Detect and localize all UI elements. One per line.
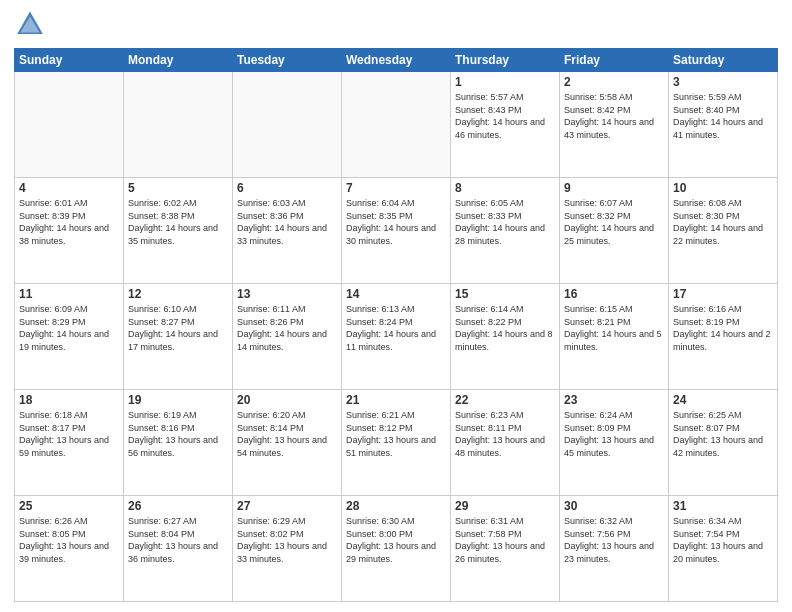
day-info: Sunrise: 6:29 AM Sunset: 8:02 PM Dayligh…: [237, 515, 337, 565]
day-cell: 23Sunrise: 6:24 AM Sunset: 8:09 PM Dayli…: [560, 390, 669, 496]
day-number: 24: [673, 393, 773, 407]
day-info: Sunrise: 6:34 AM Sunset: 7:54 PM Dayligh…: [673, 515, 773, 565]
day-cell: 19Sunrise: 6:19 AM Sunset: 8:16 PM Dayli…: [124, 390, 233, 496]
week-row: 4Sunrise: 6:01 AM Sunset: 8:39 PM Daylig…: [15, 178, 778, 284]
day-number: 23: [564, 393, 664, 407]
week-row: 1Sunrise: 5:57 AM Sunset: 8:43 PM Daylig…: [15, 72, 778, 178]
day-number: 21: [346, 393, 446, 407]
day-cell: 2Sunrise: 5:58 AM Sunset: 8:42 PM Daylig…: [560, 72, 669, 178]
day-number: 25: [19, 499, 119, 513]
day-number: 6: [237, 181, 337, 195]
weekday-header: Tuesday: [233, 49, 342, 72]
day-info: Sunrise: 6:27 AM Sunset: 8:04 PM Dayligh…: [128, 515, 228, 565]
header: [14, 10, 778, 42]
day-number: 22: [455, 393, 555, 407]
day-info: Sunrise: 6:25 AM Sunset: 8:07 PM Dayligh…: [673, 409, 773, 459]
day-number: 27: [237, 499, 337, 513]
day-cell: 22Sunrise: 6:23 AM Sunset: 8:11 PM Dayli…: [451, 390, 560, 496]
day-cell: 18Sunrise: 6:18 AM Sunset: 8:17 PM Dayli…: [15, 390, 124, 496]
day-info: Sunrise: 6:32 AM Sunset: 7:56 PM Dayligh…: [564, 515, 664, 565]
day-info: Sunrise: 6:13 AM Sunset: 8:24 PM Dayligh…: [346, 303, 446, 353]
day-cell: 6Sunrise: 6:03 AM Sunset: 8:36 PM Daylig…: [233, 178, 342, 284]
day-cell: 9Sunrise: 6:07 AM Sunset: 8:32 PM Daylig…: [560, 178, 669, 284]
day-cell: 20Sunrise: 6:20 AM Sunset: 8:14 PM Dayli…: [233, 390, 342, 496]
day-info: Sunrise: 6:19 AM Sunset: 8:16 PM Dayligh…: [128, 409, 228, 459]
day-info: Sunrise: 6:07 AM Sunset: 8:32 PM Dayligh…: [564, 197, 664, 247]
day-cell: 4Sunrise: 6:01 AM Sunset: 8:39 PM Daylig…: [15, 178, 124, 284]
day-number: 15: [455, 287, 555, 301]
day-number: 2: [564, 75, 664, 89]
logo-icon: [14, 10, 46, 42]
day-cell: [342, 72, 451, 178]
day-info: Sunrise: 6:21 AM Sunset: 8:12 PM Dayligh…: [346, 409, 446, 459]
day-info: Sunrise: 5:59 AM Sunset: 8:40 PM Dayligh…: [673, 91, 773, 141]
weekday-header: Saturday: [669, 49, 778, 72]
day-info: Sunrise: 6:18 AM Sunset: 8:17 PM Dayligh…: [19, 409, 119, 459]
day-info: Sunrise: 6:15 AM Sunset: 8:21 PM Dayligh…: [564, 303, 664, 353]
day-cell: 15Sunrise: 6:14 AM Sunset: 8:22 PM Dayli…: [451, 284, 560, 390]
week-row: 25Sunrise: 6:26 AM Sunset: 8:05 PM Dayli…: [15, 496, 778, 602]
day-cell: 29Sunrise: 6:31 AM Sunset: 7:58 PM Dayli…: [451, 496, 560, 602]
day-number: 18: [19, 393, 119, 407]
day-cell: 17Sunrise: 6:16 AM Sunset: 8:19 PM Dayli…: [669, 284, 778, 390]
day-info: Sunrise: 6:16 AM Sunset: 8:19 PM Dayligh…: [673, 303, 773, 353]
day-info: Sunrise: 6:05 AM Sunset: 8:33 PM Dayligh…: [455, 197, 555, 247]
day-number: 29: [455, 499, 555, 513]
day-cell: 16Sunrise: 6:15 AM Sunset: 8:21 PM Dayli…: [560, 284, 669, 390]
day-number: 1: [455, 75, 555, 89]
logo: [14, 10, 50, 42]
day-cell: 1Sunrise: 5:57 AM Sunset: 8:43 PM Daylig…: [451, 72, 560, 178]
day-info: Sunrise: 6:30 AM Sunset: 8:00 PM Dayligh…: [346, 515, 446, 565]
weekday-header: Monday: [124, 49, 233, 72]
day-number: 14: [346, 287, 446, 301]
day-number: 8: [455, 181, 555, 195]
day-cell: 27Sunrise: 6:29 AM Sunset: 8:02 PM Dayli…: [233, 496, 342, 602]
day-info: Sunrise: 6:24 AM Sunset: 8:09 PM Dayligh…: [564, 409, 664, 459]
day-info: Sunrise: 5:57 AM Sunset: 8:43 PM Dayligh…: [455, 91, 555, 141]
day-number: 16: [564, 287, 664, 301]
day-cell: [15, 72, 124, 178]
day-number: 9: [564, 181, 664, 195]
day-cell: 31Sunrise: 6:34 AM Sunset: 7:54 PM Dayli…: [669, 496, 778, 602]
day-number: 10: [673, 181, 773, 195]
day-number: 17: [673, 287, 773, 301]
day-number: 4: [19, 181, 119, 195]
day-number: 26: [128, 499, 228, 513]
day-cell: 7Sunrise: 6:04 AM Sunset: 8:35 PM Daylig…: [342, 178, 451, 284]
day-info: Sunrise: 6:08 AM Sunset: 8:30 PM Dayligh…: [673, 197, 773, 247]
day-info: Sunrise: 6:26 AM Sunset: 8:05 PM Dayligh…: [19, 515, 119, 565]
day-number: 12: [128, 287, 228, 301]
day-info: Sunrise: 6:31 AM Sunset: 7:58 PM Dayligh…: [455, 515, 555, 565]
day-cell: 11Sunrise: 6:09 AM Sunset: 8:29 PM Dayli…: [15, 284, 124, 390]
day-cell: 8Sunrise: 6:05 AM Sunset: 8:33 PM Daylig…: [451, 178, 560, 284]
day-info: Sunrise: 6:23 AM Sunset: 8:11 PM Dayligh…: [455, 409, 555, 459]
day-number: 20: [237, 393, 337, 407]
weekday-header: Thursday: [451, 49, 560, 72]
weekday-header: Friday: [560, 49, 669, 72]
day-number: 5: [128, 181, 228, 195]
calendar: SundayMondayTuesdayWednesdayThursdayFrid…: [14, 48, 778, 602]
day-number: 31: [673, 499, 773, 513]
day-cell: 24Sunrise: 6:25 AM Sunset: 8:07 PM Dayli…: [669, 390, 778, 496]
day-cell: 3Sunrise: 5:59 AM Sunset: 8:40 PM Daylig…: [669, 72, 778, 178]
day-cell: 14Sunrise: 6:13 AM Sunset: 8:24 PM Dayli…: [342, 284, 451, 390]
week-row: 18Sunrise: 6:18 AM Sunset: 8:17 PM Dayli…: [15, 390, 778, 496]
day-number: 13: [237, 287, 337, 301]
day-info: Sunrise: 6:14 AM Sunset: 8:22 PM Dayligh…: [455, 303, 555, 353]
weekday-header: Sunday: [15, 49, 124, 72]
day-number: 3: [673, 75, 773, 89]
calendar-header: SundayMondayTuesdayWednesdayThursdayFrid…: [15, 49, 778, 72]
day-info: Sunrise: 6:03 AM Sunset: 8:36 PM Dayligh…: [237, 197, 337, 247]
day-number: 28: [346, 499, 446, 513]
day-info: Sunrise: 6:04 AM Sunset: 8:35 PM Dayligh…: [346, 197, 446, 247]
page: SundayMondayTuesdayWednesdayThursdayFrid…: [0, 0, 792, 612]
day-cell: 13Sunrise: 6:11 AM Sunset: 8:26 PM Dayli…: [233, 284, 342, 390]
day-info: Sunrise: 6:10 AM Sunset: 8:27 PM Dayligh…: [128, 303, 228, 353]
day-info: Sunrise: 5:58 AM Sunset: 8:42 PM Dayligh…: [564, 91, 664, 141]
day-cell: 21Sunrise: 6:21 AM Sunset: 8:12 PM Dayli…: [342, 390, 451, 496]
day-cell: [124, 72, 233, 178]
day-info: Sunrise: 6:02 AM Sunset: 8:38 PM Dayligh…: [128, 197, 228, 247]
calendar-body: 1Sunrise: 5:57 AM Sunset: 8:43 PM Daylig…: [15, 72, 778, 602]
day-info: Sunrise: 6:20 AM Sunset: 8:14 PM Dayligh…: [237, 409, 337, 459]
day-number: 7: [346, 181, 446, 195]
